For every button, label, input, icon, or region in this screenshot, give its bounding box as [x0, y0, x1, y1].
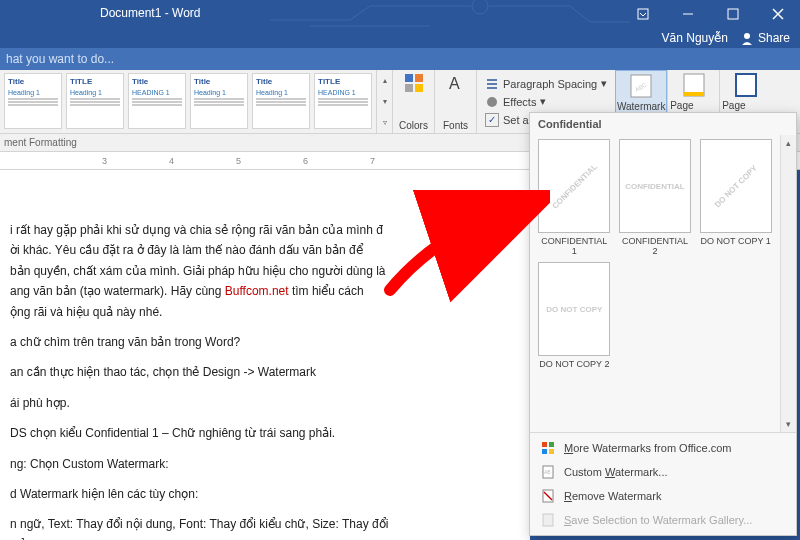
tell-me-search[interactable]: hat you want to do...: [0, 48, 800, 70]
person-icon: [740, 31, 754, 45]
document-page[interactable]: i rất hay gặp phải khi sử dụng và chia s…: [0, 170, 530, 540]
style-tile[interactable]: TITLEHeading 1: [66, 73, 124, 129]
gallery-expand-icon[interactable]: ▿: [377, 112, 392, 133]
save-selection-icon: [540, 512, 556, 528]
svg-rect-1: [638, 9, 648, 19]
user-name: Văn Nguyễn: [662, 31, 728, 45]
close-button[interactable]: [755, 0, 800, 28]
watermark-gallery: CONFIDENTIAL CONFIDENTIAL 1 CONFIDENTIAL…: [530, 135, 780, 432]
style-tile[interactable]: TitleHeading 1: [4, 73, 62, 129]
office-icon: [540, 440, 556, 456]
more-watermarks-button[interactable]: MMore Watermarks from Office.comore Wate…: [530, 436, 796, 460]
watermark-scrollbar[interactable]: ▴ ▾: [780, 135, 796, 432]
watermark-confidential-2[interactable]: CONFIDENTIAL CONFIDENTIAL 2: [619, 139, 692, 256]
style-gallery-scroll: ▴ ▾ ▿: [376, 70, 392, 133]
svg-rect-10: [415, 84, 423, 92]
page-color-icon: [680, 72, 708, 98]
style-gallery: TitleHeading 1 TITLEHeading 1 TitleHEADI…: [0, 70, 376, 133]
hyperlink[interactable]: Buffcom.net: [225, 284, 289, 298]
checkmark-icon: ✓: [485, 113, 499, 127]
scroll-down-icon[interactable]: ▾: [377, 91, 392, 112]
svg-point-0: [472, 0, 488, 14]
svg-text:AB: AB: [544, 469, 551, 475]
watermark-do-not-copy-1[interactable]: DO NOT COPY DO NOT COPY 1: [699, 139, 772, 256]
scroll-up-icon[interactable]: ▴: [377, 70, 392, 91]
remove-watermark-icon: [540, 488, 556, 504]
save-watermark-button: Save Selection to Watermark Gallery...: [530, 508, 796, 532]
paragraph-spacing-button[interactable]: Paragraph Spacing ▾: [485, 77, 607, 91]
svg-rect-18: [542, 442, 547, 447]
effects-button[interactable]: Effects ▾: [485, 95, 607, 109]
scroll-up-icon[interactable]: ▴: [781, 135, 796, 151]
colors-icon: [405, 74, 423, 92]
svg-point-6: [744, 33, 750, 39]
style-tile[interactable]: TitleHeading 1: [252, 73, 310, 129]
paragraph-spacing-icon: [485, 77, 499, 91]
fonts-label: Fonts: [443, 120, 468, 131]
window-title: Document1 - Word: [100, 6, 200, 20]
page-borders-icon: [732, 72, 760, 98]
custom-watermark-button[interactable]: AB Custom Watermark...: [530, 460, 796, 484]
fonts-icon: A: [447, 74, 465, 92]
colors-button[interactable]: Colors: [392, 70, 434, 133]
svg-point-12: [487, 97, 497, 107]
minimize-button[interactable]: [665, 0, 710, 28]
effects-icon: [485, 95, 499, 109]
style-tile[interactable]: TitleHeading 1: [190, 73, 248, 129]
svg-rect-8: [415, 74, 423, 82]
watermark-do-not-copy-2[interactable]: DO NOT COPY DO NOT COPY 2: [538, 262, 611, 369]
remove-watermark-button[interactable]: Remove Watermark: [530, 484, 796, 508]
chevron-down-icon: ▾: [601, 77, 607, 90]
maximize-button[interactable]: [710, 0, 755, 28]
svg-rect-7: [405, 74, 413, 82]
svg-text:A: A: [449, 75, 460, 92]
account-bar: Văn Nguyễn Share: [0, 28, 800, 48]
fonts-button[interactable]: A Fonts: [434, 70, 476, 133]
svg-rect-19: [549, 442, 554, 447]
custom-watermark-icon: AB: [540, 464, 556, 480]
watermark-dropdown: Confidential CONFIDENTIAL CONFIDENTIAL 1…: [529, 112, 797, 536]
svg-rect-9: [405, 84, 413, 92]
watermark-menu-footer: MMore Watermarks from Office.comore Wate…: [530, 432, 796, 535]
colors-label: Colors: [399, 120, 428, 131]
svg-rect-17: [736, 74, 756, 96]
svg-rect-16: [684, 92, 704, 96]
share-label: Share: [758, 31, 790, 45]
svg-rect-21: [549, 449, 554, 454]
style-tile[interactable]: TITLEHEADING 1: [314, 73, 372, 129]
chevron-down-icon: ▾: [540, 95, 546, 108]
title-bar: Document1 - Word: [0, 0, 800, 28]
style-tile[interactable]: TitleHEADING 1: [128, 73, 186, 129]
watermark-section-header: Confidential: [530, 113, 796, 135]
watermark-confidential-1[interactable]: CONFIDENTIAL CONFIDENTIAL 1: [538, 139, 611, 256]
title-decoration: [270, 0, 630, 28]
share-button[interactable]: Share: [740, 31, 790, 45]
watermark-icon: ABC: [627, 73, 655, 99]
window-controls: [620, 0, 800, 28]
svg-rect-26: [543, 514, 553, 526]
svg-rect-20: [542, 449, 547, 454]
svg-rect-3: [728, 9, 738, 19]
scroll-down-icon[interactable]: ▾: [781, 416, 796, 432]
